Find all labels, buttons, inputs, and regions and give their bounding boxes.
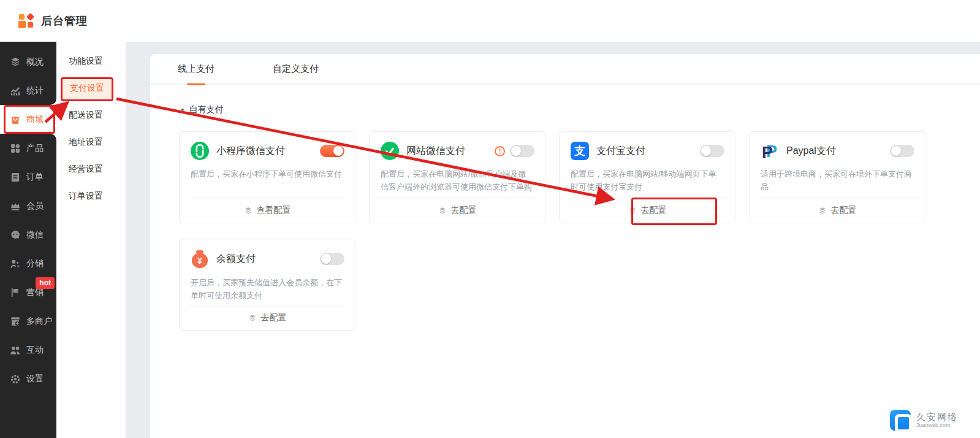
sidebar-group-top: 概况 统计: [0, 42, 56, 105]
sidebar-item-distribution[interactable]: 分销: [0, 249, 56, 278]
sidebar-item-stats[interactable]: 统计: [0, 76, 56, 105]
submenu-item-delivery-settings[interactable]: 配送设置: [56, 102, 126, 129]
sidebar-item-label: 分销: [26, 258, 44, 269]
juanweb-logo-icon: [890, 410, 911, 431]
sidebar-item-label: 统计: [26, 85, 44, 96]
caret-down-icon[interactable]: [181, 106, 184, 114]
submenu-item-order-settings[interactable]: 订单设置: [56, 183, 126, 210]
admin-app: 后台管理 概况 统计 商城 产品 订单: [0, 0, 980, 438]
order-doc-icon: [10, 172, 21, 183]
store-icon: [10, 316, 21, 327]
grid-icon: [10, 143, 21, 154]
main-content: 线上支付 自定义支付 自有支付 小程序微信支付 配置后，买家在小程序下单可使用: [126, 42, 980, 438]
app-header: 后台管理: [0, 0, 980, 42]
tab-bar: 线上支付 自定义支付: [150, 54, 980, 85]
app-title: 后台管理: [41, 13, 88, 28]
go-config-button-balance[interactable]: 去配置: [187, 305, 348, 330]
tab-online-payment[interactable]: 线上支付: [178, 53, 215, 84]
go-config-button[interactable]: 去配置: [377, 198, 537, 223]
card-title: Paypal支付: [786, 145, 890, 158]
layers-icon: [248, 313, 257, 322]
card-balance-pay: ¥ 余额支付 开启后，买家预先储值进入会员余额，在下单时可使用余额支付 去配置: [179, 239, 355, 331]
paypal-icon: P P: [761, 142, 779, 160]
section-own-payment: 自有支付: [181, 104, 980, 115]
sidebar-item-label: 互动: [26, 345, 44, 356]
logo-icon: [18, 13, 35, 29]
sidebar-item-label: 概况: [26, 56, 44, 67]
card-paypal: P P Paypal支付 适用于跨境电商，买家可在境外下单支付商品 去配置: [749, 131, 925, 223]
sidebar-item-label: 微信: [26, 229, 44, 240]
sidebar-item-wechat[interactable]: 微信: [0, 220, 56, 249]
watermark-name: 久安网络: [916, 412, 958, 422]
card-miniprogram-wechat-pay: 小程序微信支付 配置后，买家在小程序下单可使用微信支付 查看配置: [179, 131, 355, 223]
go-config-button-alipay[interactable]: 去配置: [567, 198, 727, 223]
sidebar-item-products[interactable]: 产品: [0, 134, 56, 163]
card-alipay: 支 支付宝支付 配置后，买家在电脑网站/移动端网页下单时可使用支付宝支付 去配置: [559, 131, 735, 223]
layers-icon: [244, 206, 253, 215]
app-logo: 后台管理: [18, 13, 88, 29]
shop-bag-icon: [10, 114, 21, 125]
content-card: 线上支付 自定义支付 自有支付 小程序微信支付 配置后，买家在小程序下单可使用: [150, 54, 980, 438]
sidebar-item-label: 订单: [26, 172, 44, 183]
gear-icon: [10, 374, 21, 385]
sidebar-item-settings[interactable]: 设置: [0, 364, 56, 393]
go-config-button-paypal[interactable]: 去配置: [757, 198, 917, 223]
sidebar-item-members[interactable]: 会员: [0, 191, 56, 220]
sidebar-item-marketing[interactable]: hot 营销: [0, 278, 56, 307]
sidebar-item-interaction[interactable]: 互动: [0, 336, 56, 364]
watermark-domain: Juanweb.com: [916, 422, 958, 428]
sidebar-group-bottom: 产品 订单 会员 微信 分销 hot 营销: [0, 134, 56, 438]
layers-icon: [628, 206, 637, 215]
card-title: 支付宝支付: [596, 145, 700, 158]
layers-icon: [438, 206, 447, 215]
toggle-miniprogram-wechat-pay[interactable]: [320, 145, 344, 157]
flag-icon: [10, 287, 21, 298]
card-description: 配置后，买家在小程序下单可使用微信支付: [180, 160, 355, 193]
sidebar-item-label: 产品: [26, 143, 44, 154]
toggle-alipay[interactable]: [700, 145, 724, 157]
chart-icon: [10, 85, 21, 96]
submenu-item-address-settings[interactable]: 地址设置: [56, 129, 126, 156]
submenu-item-business-settings[interactable]: 经营设置: [56, 156, 126, 183]
crown-icon: [10, 201, 21, 212]
sidebar-item-multi-merchant[interactable]: 多商户: [0, 307, 56, 336]
card-title: 网站微信支付: [406, 145, 495, 158]
card-title: 小程序微信支付: [216, 145, 320, 158]
payment-cards-grid: 小程序微信支付 配置后，买家在小程序下单可使用微信支付 查看配置 网站微: [179, 131, 939, 331]
layers-icon: [10, 56, 21, 67]
sidebar-item-mall[interactable]: 商城: [0, 105, 56, 134]
card-description: 配置后，买家在电脑网站/微信客户端及微信客户端外的浏览器可使用微信支付下单购买: [370, 160, 545, 193]
toggle-website-wechat-pay[interactable]: [510, 145, 534, 157]
section-title: 自有支付: [189, 104, 224, 115]
primary-sidebar: 概况 统计 商城 产品 订单 会员: [0, 42, 56, 438]
sidebar-item-label: 多商户: [26, 316, 52, 327]
sidebar-item-label: 会员: [26, 201, 44, 212]
card-website-wechat-pay: 网站微信支付 配置后，买家在电脑网站/微信客户端及微信客户端外的浏览器可使用微信…: [369, 131, 545, 223]
toggle-paypal[interactable]: [890, 145, 914, 157]
secondary-sidebar: 功能设置 支付设置 配送设置 地址设置 经营设置 订单设置: [56, 42, 126, 438]
watermark: 久安网络 Juanweb.com: [890, 410, 958, 431]
balance-bag-icon: ¥: [191, 250, 209, 269]
tab-custom-payment[interactable]: 自定义支付: [273, 53, 319, 84]
sidebar-item-orders[interactable]: 订单: [0, 163, 56, 191]
submenu-item-function-settings[interactable]: 功能设置: [56, 48, 126, 75]
sidebar-item-overview[interactable]: 概况: [0, 47, 56, 76]
card-description: 开启后，买家预先储值进入会员余额，在下单时可使用余额支付: [180, 269, 355, 302]
people-icon: [10, 345, 21, 356]
warning-icon[interactable]: [495, 146, 505, 156]
layers-icon: [818, 206, 827, 215]
toggle-balance-pay[interactable]: [320, 253, 344, 265]
card-description: 适用于跨境电商，买家可在境外下单支付商品: [750, 160, 925, 193]
miniprogram-icon: [191, 142, 209, 160]
sidebar-item-label: 设置: [26, 374, 44, 385]
alipay-icon: 支: [571, 142, 589, 160]
view-config-button[interactable]: 查看配置: [187, 198, 348, 223]
distribution-icon: [10, 258, 21, 269]
card-title: 余额支付: [216, 253, 320, 266]
sidebar-item-label: 商城: [26, 114, 44, 125]
submenu-item-payment-settings[interactable]: 支付设置: [56, 75, 126, 102]
hot-badge: hot: [36, 277, 55, 289]
card-description: 配置后，买家在电脑网站/移动端网页下单时可使用支付宝支付: [560, 160, 735, 193]
wechatpay-icon: [381, 142, 399, 160]
wechat-bubble-icon: [10, 229, 21, 240]
